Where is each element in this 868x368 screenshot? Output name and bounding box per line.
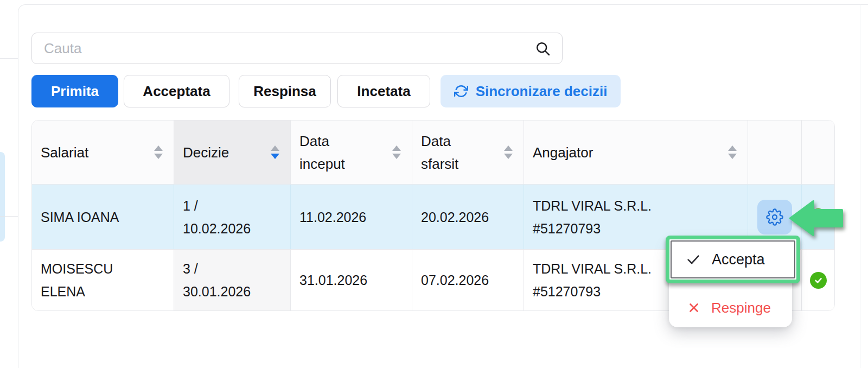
filter-acceptata[interactable]: Acceptata <box>124 75 229 107</box>
cell-angajator: TDRL VIRAL S.R.L. #51270793 <box>533 194 701 240</box>
check-icon <box>814 276 823 285</box>
page: Primita Acceptata Respinsa Incetata Sinc… <box>0 0 868 368</box>
cell-data-sfarsit: 20.02.2026 <box>421 206 489 229</box>
sidebar-active-item-edge <box>0 152 5 242</box>
gear-icon <box>766 208 783 226</box>
x-icon <box>687 301 701 315</box>
sort-icon <box>728 145 737 159</box>
menu-item-accepta[interactable]: Accepta <box>671 240 795 278</box>
sync-decisions-button[interactable]: Sincronizare decizii <box>441 75 621 107</box>
column-header-data-inceput[interactable]: Data inceput <box>291 120 412 184</box>
column-header-salariat[interactable]: Salariat <box>32 120 174 184</box>
row-actions-button[interactable] <box>757 200 792 234</box>
menu-item-respinge[interactable]: Respinge <box>669 293 792 323</box>
sync-label: Sincronizare decizii <box>476 83 608 100</box>
sort-icon <box>154 145 163 159</box>
cell-decizie: 3 / 30.01.2026 <box>183 257 261 303</box>
cell-data-inceput: 31.01.2026 <box>299 269 367 291</box>
column-header-angajator[interactable]: Angajator <box>524 120 748 184</box>
filter-primita[interactable]: Primita <box>31 75 118 107</box>
search-bar <box>31 33 563 64</box>
annotation-arrow-icon <box>789 200 846 237</box>
sort-icon <box>504 145 513 159</box>
column-header-decizie[interactable]: Decizie <box>174 120 291 184</box>
column-header-actions <box>748 120 802 184</box>
check-icon <box>686 252 701 267</box>
cell-decizie: 1 / 10.02.2026 <box>183 194 261 240</box>
sort-desc-icon <box>271 145 279 159</box>
annotation-highlight-box: Accepta <box>666 236 800 283</box>
cell-data-sfarsit: 07.02.2026 <box>421 269 489 291</box>
column-header-status <box>802 120 834 184</box>
table-header-row: Salariat Decizie Data inceput Data sfars… <box>32 120 834 184</box>
sync-icon <box>454 84 468 98</box>
cell-salariat: MOISESCU ELENA <box>41 257 146 303</box>
sidebar-divider <box>0 216 18 217</box>
card-right-edge <box>860 4 860 368</box>
search-input[interactable] <box>31 33 563 64</box>
column-header-data-sfarsit[interactable]: Data sfarsit <box>412 120 524 184</box>
filter-respinsa[interactable]: Respinsa <box>239 75 331 107</box>
sort-icon <box>392 145 401 159</box>
filter-incetata[interactable]: Incetata <box>337 75 430 107</box>
cell-salariat: SIMA IOANA <box>41 206 119 229</box>
cell-data-inceput: 11.02.2026 <box>299 206 366 229</box>
status-accepted-badge <box>810 272 827 289</box>
sidebar-divider <box>0 58 18 59</box>
